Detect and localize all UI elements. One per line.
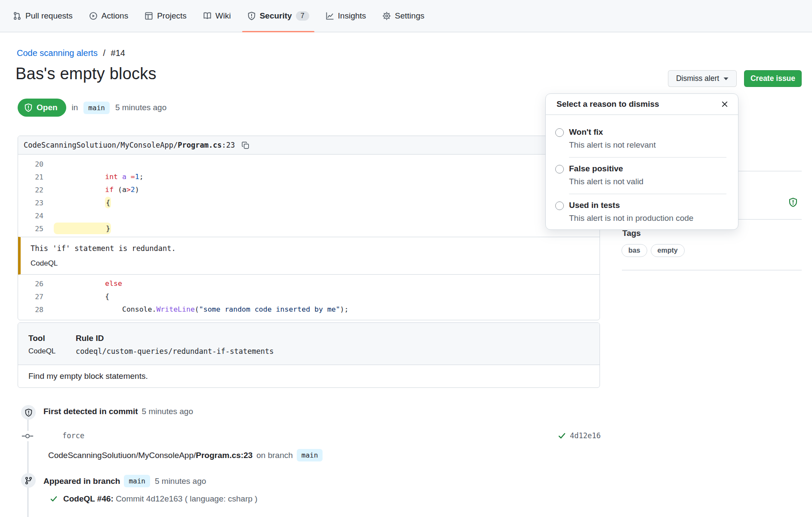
code-lines-top: 2021 int a =1;22 if (a>2)23 {2425 } [18, 155, 600, 237]
tag-pill-empty[interactable]: empty [651, 244, 685, 257]
rule-id-value: codeql/custom-queries/redundant-if-state… [76, 347, 274, 356]
close-icon [721, 100, 729, 108]
line-number[interactable]: 25 [18, 225, 43, 233]
status-in-label: in [72, 103, 78, 112]
shield-icon [247, 12, 256, 20]
line-number[interactable]: 23 [18, 199, 43, 207]
dismiss-popup: Select a reason to dismiss Won't fixThis… [545, 93, 738, 230]
line-number[interactable]: 28 [18, 306, 43, 314]
commit-sha-link[interactable]: 4d12e16 [570, 431, 601, 440]
code-line-22: 22 if (a>2) [18, 183, 600, 196]
breadcrumb-link-code-scanning[interactable]: Code scanning alerts [17, 48, 98, 58]
rule-description: Find my empty block statements. [18, 365, 600, 387]
caret-down-icon [723, 77, 729, 80]
line-number[interactable]: 21 [18, 173, 43, 181]
dismiss-option-used-in-tests[interactable]: Used in testsThis alert is not in produc… [546, 195, 738, 229]
dismiss-popup-title: Select a reason to dismiss [557, 99, 659, 109]
shield-alert-icon [25, 409, 33, 417]
first-detected-row: First detected in commit 5 minutes ago [43, 407, 193, 416]
code-line-20: 20 [18, 158, 600, 170]
create-issue-button[interactable]: Create issue [744, 70, 802, 87]
security-counter-badge: 7 [296, 11, 309, 21]
tag-pill-bas[interactable]: bas [621, 244, 647, 257]
play-circle-icon [89, 12, 98, 20]
breadcrumb-current: #14 [111, 48, 125, 58]
timeline-branch-badge [21, 473, 36, 488]
status-branch-pill[interactable]: main [83, 102, 110, 114]
detected-branch-pill[interactable]: main [297, 449, 323, 461]
commit-message-link[interactable]: force [62, 431, 84, 440]
option-label: False positive [569, 164, 643, 173]
nav-tab-label: Pull requests [25, 11, 73, 21]
book-icon [203, 12, 212, 20]
dismiss-option-false-positive[interactable]: False positiveThis alert is not valid [546, 158, 738, 193]
check-icon [558, 432, 566, 440]
option-description: This alert is not valid [569, 177, 643, 186]
nav-tab-wiki[interactable]: Wiki [203, 0, 231, 32]
code-line-23: 23 { [18, 196, 600, 209]
line-number[interactable]: 26 [18, 280, 43, 288]
line-number[interactable]: 22 [18, 186, 43, 194]
code-line-24: 24 [18, 209, 600, 222]
page-title: Bas's empty blocks [15, 65, 157, 83]
gear-icon [382, 12, 391, 20]
nav-tab-actions[interactable]: Actions [89, 0, 128, 32]
annotation-message: This 'if' statement is redundant. [31, 244, 591, 253]
copy-icon [241, 141, 249, 149]
nav-tab-projects[interactable]: Projects [145, 0, 187, 32]
code-lines-bottom: 26 else27 {28 Console.WriteLine("some ra… [18, 275, 600, 320]
line-number[interactable]: 24 [18, 212, 43, 220]
tool-value: CodeQL [28, 347, 76, 356]
code-line-26: 26 else [18, 277, 600, 290]
nav-tab-pull-requests[interactable]: Pull requests [13, 0, 73, 32]
code-line-27: 27 { [18, 290, 600, 303]
option-label: Used in tests [569, 201, 693, 210]
code-text: Console.WriteLine("some random code inse… [54, 303, 348, 316]
nav-tab-label: Security [260, 11, 292, 21]
pull-request-icon [13, 12, 22, 20]
rule-panel: Tool CodeQL Rule ID codeql/custom-querie… [18, 322, 600, 388]
copy-path-button[interactable] [241, 141, 249, 149]
analysis-name-link[interactable]: CodeQL #46: [63, 494, 114, 503]
nav-tab-settings[interactable]: Settings [382, 0, 424, 32]
nav-tab-label: Settings [395, 11, 424, 21]
git-commit-icon [21, 431, 34, 441]
line-number[interactable]: 27 [18, 293, 43, 301]
close-button[interactable] [720, 99, 730, 109]
on-branch-label: on branch [256, 451, 293, 460]
option-radio[interactable] [555, 201, 564, 210]
code-line-28: 28 Console.WriteLine("some random code i… [18, 303, 600, 316]
alert-annotation: This 'if' statement is redundant. CodeQL [18, 237, 600, 275]
annotation-tool-label: CodeQL [31, 259, 591, 268]
shield-alert-icon [24, 103, 33, 112]
nav-tab-insights[interactable]: Insights [326, 0, 366, 32]
tags-heading: Tags [622, 229, 641, 238]
option-description: This alert is not in production code [569, 214, 693, 223]
timeline-shield-badge [21, 405, 36, 420]
nav-tab-security[interactable]: Security7 [247, 0, 309, 32]
security-shield-icon [788, 198, 798, 209]
option-divider [569, 157, 726, 158]
code-text: } [54, 222, 111, 235]
code-line-21: 21 int a =1; [18, 170, 600, 183]
option-radio[interactable] [555, 128, 564, 137]
option-label: Won't fix [569, 127, 656, 137]
code-line-25: 25 } [18, 222, 600, 235]
option-divider [569, 194, 726, 194]
repo-nav-items: Pull requestsActionsProjectsWikiSecurity… [13, 0, 441, 32]
dismiss-alert-button[interactable]: Dismiss alert [668, 70, 737, 87]
dismiss-popup-header: Select a reason to dismiss [546, 94, 738, 115]
code-text: if (a>2) [54, 183, 139, 196]
status-time: 5 minutes ago [115, 103, 166, 112]
analysis-check-row: CodeQL #46: Commit 4d12e163 ( language: … [50, 494, 258, 504]
appeared-branch-pill[interactable]: main [124, 475, 150, 487]
status-badge: Open [18, 99, 66, 117]
breadcrumb: Code scanning alerts / #14 [17, 48, 125, 58]
detected-path-row: CodeScanningSolutiuon/MyConsoleApp/Progr… [48, 449, 323, 461]
option-radio[interactable] [555, 165, 564, 173]
appeared-in-branch-row: Appeared in branch main 5 minutes ago [43, 475, 206, 487]
line-number[interactable]: 20 [18, 160, 43, 168]
dismiss-option-won-t-fix[interactable]: Won't fixThis alert is not relevant [546, 122, 738, 156]
code-snippet-panel: CodeScanningSolutiuon/MyConsoleApp/Progr… [18, 136, 600, 320]
project-icon [145, 12, 153, 20]
